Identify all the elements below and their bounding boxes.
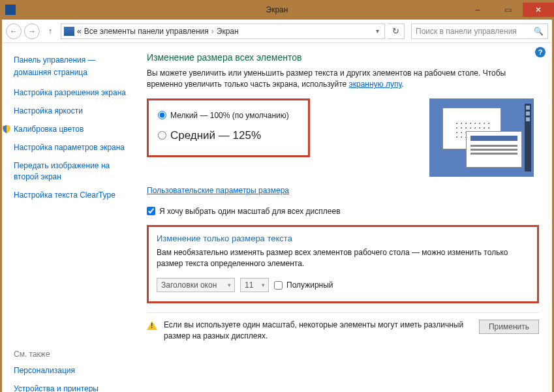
page-heading: Изменение размера всех элементов [147,52,539,63]
search-placeholder: Поиск в панели управления [416,27,517,36]
element-combo[interactable]: Заголовки окон [157,278,235,292]
size-preview [429,98,534,177]
shield-icon [2,125,11,134]
warning-text: Если вы используете один масштаб, некото… [164,320,472,342]
breadcrumb[interactable]: Экран [217,27,239,36]
one-scale-checkbox[interactable] [147,207,155,215]
watermark: ∞ VIARUM [456,387,544,392]
font-size-combo[interactable]: 11 [240,278,269,292]
close-button[interactable]: ✕ [523,3,554,17]
radio-medium-input[interactable] [158,131,166,140]
see-also-devices[interactable]: Устройства и принтеры [14,384,99,392]
minimize-button[interactable]: – [463,3,493,17]
see-also-header: См. также [14,350,99,359]
bold-checkbox[interactable] [274,281,283,290]
sidebar-link-calibration[interactable]: Калибровка цветов [14,124,132,134]
help-icon[interactable]: ? [535,47,546,57]
radio-small[interactable]: Мелкий — 100% (по умолчанию) [158,111,299,120]
bold-checkbox-row[interactable]: Полужирный [274,280,333,290]
sidebar-home-link[interactable]: Панель управления — [14,55,132,66]
sidebar: Панель управления — домашняя страница На… [2,43,139,392]
window-title: Экран [266,5,288,14]
sidebar-link-cleartype[interactable]: Настройка текста ClearType [14,190,132,200]
navbar: ← → ↑ « Все элементы панели управления ›… [2,20,552,43]
breadcrumb-sep: › [211,27,214,36]
intro-text: Вы можете увеличить или уменьшить размер… [147,68,539,91]
sidebar-link-brightness[interactable]: Настройка яркости [14,106,132,116]
back-button[interactable]: ← [6,23,22,39]
breadcrumb-prefix: « [77,27,82,36]
one-scale-checkbox-row[interactable]: Я хочу выбрать один масштаб для всех дис… [147,207,539,216]
see-also-personalization[interactable]: Персонализация [14,365,99,376]
address-bar[interactable]: « Все элементы панели управления › Экран… [61,23,385,39]
text-size-highlight: Изменение только размера текста Вам необ… [147,225,539,304]
control-panel-icon [64,27,74,36]
size-options-highlight: Мелкий — 100% (по умолчанию) Средний — 1… [147,98,310,157]
text-size-intro: Вам необязательно изменять размер всех э… [157,247,529,269]
titlebar: Экран – ▭ ✕ [0,0,554,20]
main-content: ? Изменение размера всех элементов Вы мо… [139,43,552,392]
forward-button[interactable]: → [24,23,40,39]
refresh-button[interactable]: ↻ [388,23,405,39]
address-dropdown-icon[interactable]: ▾ [373,27,382,35]
apply-button[interactable]: Применить [479,320,539,334]
sidebar-link-project[interactable]: Передать изображение на второй экран [14,160,132,181]
search-icon: 🔍 [534,27,544,36]
text-size-heading: Изменение только размера текста [157,234,529,243]
custom-size-link[interactable]: Пользовательские параметры размера [147,186,289,195]
radio-medium[interactable]: Средний — 125% [158,129,299,142]
magnifier-link[interactable]: экранную лупу [349,80,402,89]
app-icon [5,5,16,15]
breadcrumb[interactable]: Все элементы панели управления [84,27,209,36]
warning-icon [147,321,157,330]
maximize-button[interactable]: ▭ [493,3,523,17]
search-input[interactable]: Поиск в панели управления 🔍 [411,23,548,39]
up-button[interactable]: ↑ [44,25,57,38]
sidebar-home-link[interactable]: домашняя страница [14,67,132,78]
sidebar-link-params[interactable]: Настройка параметров экрана [14,142,132,153]
radio-small-input[interactable] [158,111,166,119]
sidebar-link-resolution[interactable]: Настройка разрешения экрана [14,87,132,98]
watermark-logo-icon: ∞ [456,387,470,392]
